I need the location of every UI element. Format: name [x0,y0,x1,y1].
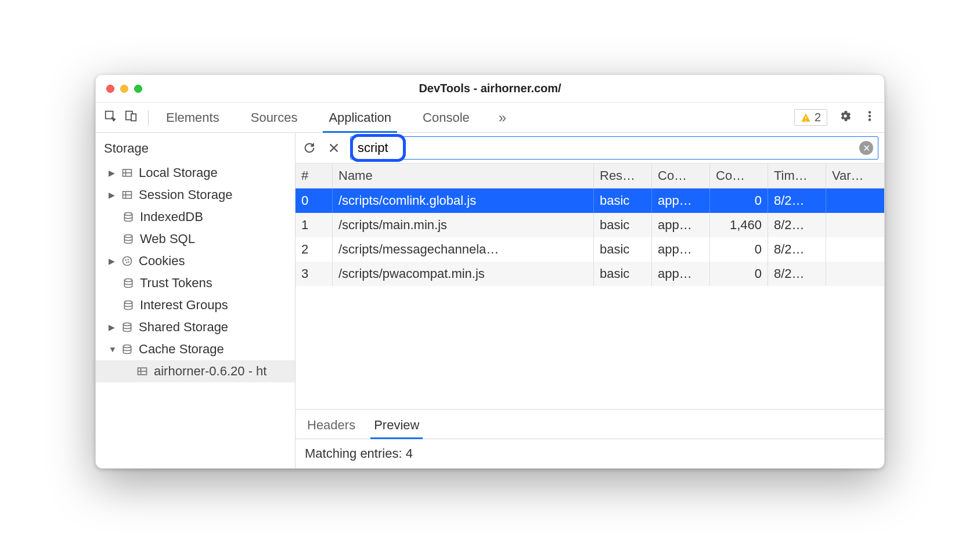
expand-arrow-icon: ▶ [109,256,116,266]
col-response[interactable]: Res… [594,164,652,188]
sidebar-item-cache-entry[interactable]: airhorner-0.6.20 - ht [96,360,295,382]
sidebar-item-label: Cookies [139,254,185,269]
cell-index: 3 [296,262,333,286]
tab-console[interactable]: Console [420,104,472,131]
cell-time: 8/2… [768,213,826,237]
expand-arrow-icon: ▶ [109,323,116,332]
sidebar-item-cache-storage[interactable]: ▼ Cache Storage [96,338,295,360]
sidebar-item-session-storage[interactable]: ▶ Session Storage [96,184,295,206]
sidebar-item-shared-storage[interactable]: ▶ Shared Storage [96,316,295,338]
database-icon [123,299,134,311]
svg-point-22 [124,301,132,304]
svg-point-14 [124,213,132,216]
warning-icon [801,113,811,123]
tab-application[interactable]: Application [326,104,394,131]
filter-input[interactable] [358,140,398,155]
sidebar-item-indexeddb[interactable]: IndexedDB [96,206,295,228]
tab-elements[interactable]: Elements [164,104,222,131]
database-icon [121,343,133,355]
sidebar-item-label: Web SQL [140,231,195,247]
main-content: Storage ▶ Local Storage ▶ Session Storag… [96,133,884,468]
sidebar-item-label: Interest Groups [140,298,228,313]
refresh-icon[interactable] [301,140,318,156]
window-controls [106,85,142,93]
sidebar-item-label: Cache Storage [139,342,224,357]
svg-rect-3 [805,116,806,119]
svg-point-21 [124,279,132,282]
panel-tabs: Elements Sources Application Console » [164,104,791,131]
clear-filter-icon[interactable]: ✕ [859,141,873,155]
cell-index: 0 [296,189,333,213]
col-content-type[interactable]: Co… [652,164,710,188]
col-name[interactable]: Name [333,164,594,188]
window-title: DevTools - airhorner.com/ [96,82,884,95]
close-window-button[interactable] [106,85,114,93]
sidebar-item-trust-tokens[interactable]: Trust Tokens [96,272,295,294]
cell-index: 1 [296,213,333,237]
cell-time: 8/2… [768,262,826,286]
table-row[interactable]: 3 /scripts/pwacompat.min.js basic app… 0… [296,262,884,286]
table-body: 0 /scripts/comlink.global.js basic app… … [296,189,884,286]
cell-name: /scripts/comlink.global.js [333,189,594,213]
sidebar-item-label: Trust Tokens [140,276,212,291]
sidebar-item-cookies[interactable]: ▶ Cookies [96,250,295,272]
sidebar-item-label: Session Storage [139,187,232,202]
svg-point-18 [127,259,129,260]
cell-content-length: 0 [710,262,768,286]
sidebar-item-interest-groups[interactable]: Interest Groups [96,294,295,316]
cell-vary [826,237,884,262]
detail-tabs: Headers Preview [296,410,884,439]
cell-response: basic [594,189,652,213]
cell-vary [826,189,884,213]
toolbar-divider [148,110,149,125]
window-titlebar: DevTools - airhorner.com/ [96,75,884,103]
sidebar-item-websql[interactable]: Web SQL [96,228,295,250]
maximize-window-button[interactable] [134,85,142,93]
table-row[interactable]: 1 /scripts/main.min.js basic app… 1,460 … [296,213,884,237]
cookie-icon [121,255,133,267]
tab-preview[interactable]: Preview [373,414,420,439]
expand-arrow-icon: ▶ [109,190,116,200]
cell-vary [826,262,884,286]
svg-point-17 [125,259,127,261]
warnings-count: 2 [815,111,821,124]
sidebar-item-local-storage[interactable]: ▶ Local Storage [96,162,295,184]
svg-point-6 [869,115,871,117]
minimize-window-button[interactable] [120,85,128,93]
database-icon [121,321,133,333]
delete-icon[interactable] [326,140,342,156]
device-toolbar-icon[interactable] [125,110,138,126]
tab-headers[interactable]: Headers [306,414,356,439]
warnings-badge[interactable]: 2 [794,109,827,126]
cell-time: 8/2… [768,189,826,213]
database-icon [123,277,134,289]
database-icon [123,211,134,223]
kebab-menu-icon[interactable] [863,110,876,126]
grid-icon [136,365,148,377]
settings-icon[interactable] [839,110,852,126]
database-icon [123,233,134,245]
cell-name: /scripts/main.min.js [333,213,594,237]
table-row[interactable]: 0 /scripts/comlink.global.js basic app… … [296,189,884,213]
more-tabs-icon[interactable]: » [499,110,506,126]
svg-point-24 [123,345,131,348]
cache-content-pane: ✕ # Name Res… Co… Co… Tim… Var… 0 /sc [296,133,884,468]
main-toolbar: Elements Sources Application Console » 2 [96,103,884,133]
col-vary[interactable]: Var… [826,164,884,188]
cell-response: basic [594,213,652,237]
grid-icon [121,189,133,201]
col-time[interactable]: Tim… [768,164,826,188]
cell-response: basic [594,237,652,262]
cell-response: basic [594,262,652,286]
cell-name: /scripts/messagechannela… [333,237,594,262]
cell-content-length: 0 [710,237,768,262]
inspect-element-icon[interactable] [104,110,117,126]
tab-sources[interactable]: Sources [248,104,300,131]
filter-toolbar: ✕ [296,133,884,164]
sidebar-section-heading: Storage [96,136,295,162]
col-content-length[interactable]: Co… [710,164,768,188]
svg-point-7 [869,118,871,121]
sidebar-item-label: IndexedDB [140,209,203,225]
col-index[interactable]: # [296,164,333,188]
table-row[interactable]: 2 /scripts/messagechannela… basic app… 0… [296,237,884,262]
